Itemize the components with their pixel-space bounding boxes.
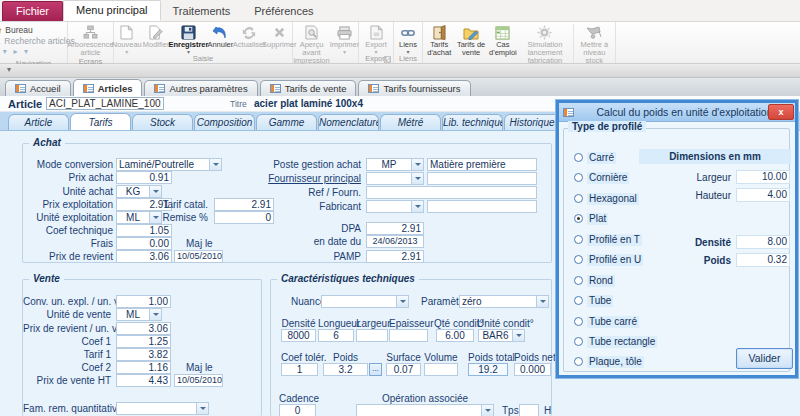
ref-fourn-field[interactable] xyxy=(366,186,537,199)
subtab-metre[interactable]: Métré xyxy=(380,114,441,130)
unite-vente-select[interactable]: ML xyxy=(116,308,162,321)
fournisseur-select[interactable] xyxy=(366,172,424,185)
conv-field[interactable]: 1.00 xyxy=(116,295,171,308)
coef1-field[interactable]: 1.25 xyxy=(116,335,171,348)
radio-profile-u[interactable]: Profilé en U xyxy=(574,253,643,266)
radio-hexagonal[interactable]: Hexagonal xyxy=(574,192,639,205)
coef-technique-field[interactable]: 1.05 xyxy=(116,224,172,237)
doc-tab-tarifs-de-vente[interactable]: Tarifs de vente xyxy=(260,80,357,96)
poids-field[interactable]: 3.2 xyxy=(323,363,368,376)
densite-value-field[interactable]: 8.00 xyxy=(736,235,790,249)
poids-more-button[interactable]: ... xyxy=(369,363,382,376)
radio-tube-carre[interactable]: Tube carré xyxy=(574,315,639,328)
recherche-articles-button[interactable]: Recherche articles xyxy=(0,35,75,46)
densite-field[interactable]: 8000 xyxy=(281,329,316,342)
imprimer-button[interactable]: Imprimer ▾ xyxy=(331,22,359,70)
longueur-field[interactable]: 6 xyxy=(318,329,354,342)
doc-tab-tarifs-fournisseurs[interactable]: Tarifs fournisseurs xyxy=(358,80,470,96)
arborescence-article-button[interactable]: Arborescence article xyxy=(69,22,113,57)
doc-tab-articles[interactable]: Articles xyxy=(73,79,143,96)
article-code-input[interactable] xyxy=(46,97,164,110)
radio-tube[interactable]: Tube xyxy=(574,294,613,307)
ribbon-tab-menu-principal[interactable]: Menu principal xyxy=(63,0,161,21)
navigation-arrows[interactable]: ◂ ▾ ▸ ▾ xyxy=(0,46,75,57)
subtab-stock[interactable]: Stock xyxy=(132,114,193,130)
doc-tab-autres-parametres[interactable]: Autres paramètres xyxy=(144,80,257,96)
fournisseur-principal-link[interactable]: Fournisseur principal xyxy=(223,172,361,185)
fabricant-select[interactable] xyxy=(366,200,424,213)
liens-button[interactable]: Liens ▾ xyxy=(395,22,421,54)
fabricant-desc-field[interactable] xyxy=(427,200,537,213)
prix-vente-date-field[interactable]: 10/05/2010 xyxy=(174,374,223,387)
supprimer-button[interactable]: Supprimer xyxy=(264,22,294,54)
valider-button[interactable]: Valider xyxy=(736,348,793,369)
fam-rem-select[interactable] xyxy=(116,402,209,415)
radio-rond[interactable]: Rond xyxy=(574,274,615,287)
poids-value-field[interactable]: 0.32 xyxy=(736,253,790,267)
actualiser-button[interactable]: Actualiser xyxy=(234,22,264,54)
mode-conversion-select[interactable]: Laminé/Poutrelle xyxy=(116,158,222,171)
poids-net-field[interactable]: 0.000 xyxy=(514,363,551,376)
cadence-field[interactable]: 0 xyxy=(279,404,316,416)
apercu-impression-button[interactable]: Aperçu avant impression ▾ xyxy=(293,22,331,70)
annuler-button[interactable]: Annuler xyxy=(206,22,234,54)
pamp-field[interactable]: 2.91 xyxy=(366,250,424,263)
radio-tube-rectangle[interactable]: Tube rectangle xyxy=(574,335,657,348)
surface-field[interactable]: 0.07 xyxy=(386,363,421,376)
export-button[interactable]: Export ▾ xyxy=(360,22,392,54)
dialog-title-bar[interactable]: Calcul du poids en unité d'exploitation … xyxy=(559,103,795,122)
nouveau-button[interactable]: Nouveau ▾ xyxy=(112,22,142,54)
poste-gestion-desc-field[interactable]: Matière première xyxy=(427,158,537,171)
prix-revient-date-field[interactable]: 10/05/2010 xyxy=(174,250,223,263)
mettre-niveau-stock-button[interactable]: Mettre à niveau stock xyxy=(575,22,614,65)
hauteur-value-field[interactable]: 4.00 xyxy=(736,188,790,202)
radio-profile-t[interactable]: Profilé en T xyxy=(574,233,642,246)
qte-condit-field[interactable]: 6.00 xyxy=(436,329,474,342)
subtab-nomenclature[interactable]: Nomenclature xyxy=(318,114,379,130)
subtab-tarifs[interactable]: Tarifs xyxy=(70,113,131,130)
operation-select[interactable] xyxy=(356,404,494,416)
subtab-gamme[interactable]: Gamme xyxy=(256,114,317,130)
tarifs-achat-button[interactable]: Tarifs d'achat xyxy=(424,22,454,65)
doc-tab-accueil[interactable]: Accueil xyxy=(5,80,71,96)
radio-corniere[interactable]: Cornière xyxy=(574,171,629,184)
fournisseur-desc-field[interactable] xyxy=(427,172,537,185)
coef2-field[interactable]: 1.16 xyxy=(116,361,171,374)
tarif1-field[interactable]: 3.82 xyxy=(116,348,171,361)
radio-carre[interactable]: Carré xyxy=(574,151,616,164)
tarifs-vente-button[interactable]: Tarifs de vente xyxy=(454,22,487,65)
radio-plat[interactable]: Plat xyxy=(574,212,608,225)
largeur-value-field[interactable]: 10.00 xyxy=(736,170,790,184)
dialog-close-button[interactable]: x xyxy=(768,104,794,120)
nuance-select[interactable] xyxy=(321,295,409,308)
parametre-select[interactable]: zéro xyxy=(459,295,549,308)
dialog-launcher-icon[interactable]: ◿ xyxy=(384,56,391,63)
subtab-lib-technique[interactable]: Lib. technique xyxy=(442,114,503,130)
prix-revient-field[interactable]: 3.06 xyxy=(116,250,172,263)
prix-achat-field[interactable]: 0.91 xyxy=(116,171,172,184)
dpa-date-field[interactable]: 24/06/2013 xyxy=(366,235,424,248)
dpa-field[interactable]: 2.91 xyxy=(366,222,424,235)
cas-emploi-button[interactable]: Cas d'emploi xyxy=(488,22,518,65)
epaisseur-field[interactable] xyxy=(389,329,428,342)
enregistrer-button[interactable]: Enregistrer ▾ xyxy=(170,22,206,54)
unite-achat-select[interactable]: KG xyxy=(116,185,162,198)
poids-total-field[interactable]: 19.2 xyxy=(468,363,508,376)
subtab-composition[interactable]: Composition xyxy=(194,114,255,130)
volume-field[interactable] xyxy=(424,363,458,376)
bureau-button[interactable]: Bureau xyxy=(0,24,75,35)
file-menu-button[interactable]: Fichier xyxy=(2,1,63,21)
prix-revient-vente-field[interactable]: 3.06 xyxy=(116,322,171,335)
simulation-fabrication-button[interactable]: Simulation lancement fabrication xyxy=(518,22,572,65)
tps-field[interactable] xyxy=(519,404,539,416)
frais-field[interactable]: 0.00 xyxy=(116,237,172,250)
subtab-article[interactable]: Article xyxy=(8,114,69,130)
modifier-button[interactable]: Modifier xyxy=(142,22,171,54)
coef-toler-field[interactable]: 1 xyxy=(281,363,318,376)
prix-vente-field[interactable]: 4.43 xyxy=(116,374,171,387)
ribbon-tab-traitements[interactable]: Traitements xyxy=(161,2,243,21)
unite-condit-select[interactable]: BAR6 xyxy=(478,329,525,342)
largeur-field[interactable] xyxy=(356,329,388,342)
ribbon-collapse-bar[interactable]: ▾ xyxy=(0,64,800,78)
radio-plaque-tole[interactable]: Plaque, tôle xyxy=(574,355,644,368)
